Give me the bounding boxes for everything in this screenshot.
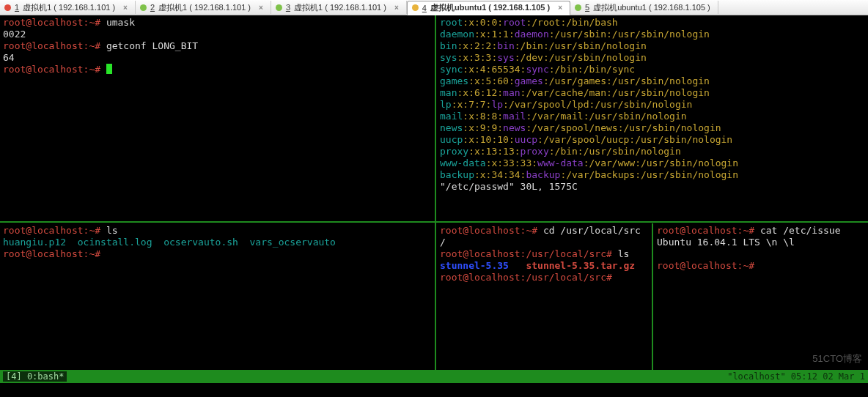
- output-longbit: 64: [3, 52, 431, 64]
- pane-bottom-right[interactable]: root@localhost:~# cat /etc/issue Ubuntu …: [654, 223, 868, 370]
- tab-2[interactable]: 2虚拟机1 ( 192.168.1.101 )×: [136, 1, 271, 14]
- archive-entry: stunnel-5.35.tar.gz: [526, 260, 635, 271]
- pane-bottom-left[interactable]: root@localhost:~# ls huangiu.p12 ocinsta…: [0, 223, 434, 370]
- passwd-row: sys:x:3:3:sys:/dev:/usr/sbin/nologin: [440, 52, 865, 64]
- tab-bar: 1虚拟机1 ( 192.168.1.101 )× 2虚拟机1 ( 192.168…: [0, 0, 868, 15]
- dir-entry: stunnel-5.35: [440, 260, 509, 271]
- tab-4[interactable]: 4虚拟机ubuntu1 ( 192.168.1.105 )×: [407, 1, 570, 15]
- status-dot-icon: [276, 4, 282, 11]
- vim-status-line: "/etc/passwd" 30L, 1575C 1,1 Top: [440, 181, 865, 193]
- output-umask: 0022: [3, 29, 431, 40]
- ls-output: huangiu.p12 ocinstall.log ocservauto.sh …: [3, 237, 431, 248]
- tmux-status-bar: [4] 0:bash* "localhost" 05:12 02 Mar 1: [0, 370, 868, 383]
- pane-divider-vertical-2[interactable]: [652, 223, 653, 370]
- passwd-row: www-data:x:33:33:www-data:/var/www:/usr/…: [440, 157, 865, 169]
- passwd-row: bin:x:2:2:bin:/bin:/usr/sbin/nologin: [440, 40, 865, 52]
- passwd-row: sync:x:4:65534:sync:/bin:/bin/sync: [440, 64, 865, 75]
- status-right: "localhost" 05:12 02 Mar 1: [727, 371, 865, 382]
- close-icon[interactable]: ×: [123, 4, 128, 12]
- pane-divider-vertical[interactable]: [435, 15, 436, 370]
- tab-1[interactable]: 1虚拟机1 ( 192.168.1.101 )×: [0, 1, 136, 14]
- close-icon[interactable]: ×: [259, 4, 263, 12]
- issue-output: Ubuntu 16.04.1 LTS \n \l: [657, 237, 865, 248]
- tab-5[interactable]: 5虚拟机ubuntu1 ( 192.168.1.105 ): [570, 1, 718, 14]
- passwd-row: root:x:0:0:root:/root:/bin/bash: [440, 17, 865, 29]
- passwd-row: news:x:9:9:news:/var/spool/news:/usr/sbi…: [440, 122, 865, 134]
- status-dot-icon: [412, 4, 419, 11]
- tmux-panes: root@localhost:~# umask 0022 root@localh…: [0, 15, 868, 383]
- passwd-row: lp:x:7:7:lp:/var/spool/lpd:/usr/sbin/nol…: [440, 99, 865, 111]
- pane-top-right[interactable]: root:x:0:0:root:/root:/bin/bashdaemon:x:…: [437, 15, 868, 220]
- passwd-row: daemon:x:1:1:daemon:/usr/sbin:/usr/sbin/…: [440, 29, 865, 40]
- passwd-row: games:x:5:60:games:/usr/games:/usr/sbin/…: [440, 75, 865, 87]
- status-left: [4] 0:bash*: [3, 371, 67, 382]
- pane-top-left[interactable]: root@localhost:~# umask 0022 root@localh…: [0, 15, 434, 220]
- status-dot-icon: [575, 4, 581, 11]
- passwd-row: mail:x:8:8:mail:/var/mail:/usr/sbin/nolo…: [440, 111, 865, 122]
- passwd-row: man:x:6:12:man:/var/cache/man:/usr/sbin/…: [440, 87, 865, 99]
- close-icon[interactable]: ×: [394, 4, 399, 12]
- passwd-row: proxy:x:13:13:proxy:/bin:/usr/sbin/nolog…: [440, 146, 865, 157]
- status-dot-icon: [140, 4, 147, 11]
- tab-3[interactable]: 3虚拟机1 ( 192.168.1.101 )×: [271, 1, 407, 14]
- status-dot-icon: [4, 4, 11, 11]
- passwd-row: backup:x:34:34:backup:/var/backups:/usr/…: [440, 169, 865, 181]
- cursor-icon: [106, 64, 112, 74]
- pane-bottom-middle[interactable]: root@localhost:~# cd /usr/local/src / ro…: [437, 223, 651, 370]
- passwd-row: uucp:x:10:10:uucp:/var/spool/uucp:/usr/s…: [440, 134, 865, 146]
- close-icon[interactable]: ×: [558, 4, 562, 12]
- pane-divider-horizontal[interactable]: [0, 221, 868, 223]
